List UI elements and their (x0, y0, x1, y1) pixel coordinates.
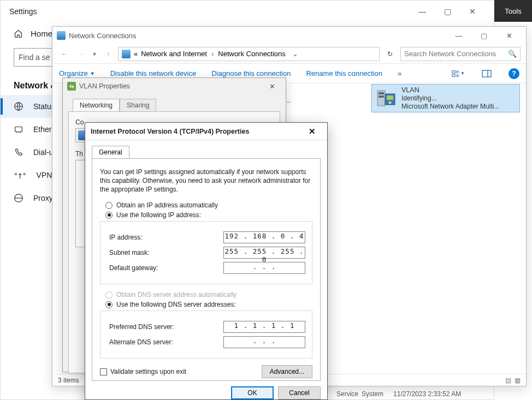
status-item-count: 3 items (58, 377, 79, 384)
close-button[interactable]: ✕ (460, 3, 485, 20)
svg-rect-7 (379, 95, 384, 98)
preferred-dns-label: Preferred DNS server: (109, 323, 223, 331)
tools-panel[interactable]: Tools (494, 0, 532, 22)
cmd-more[interactable]: » (398, 69, 401, 77)
back-button[interactable]: ← (58, 47, 71, 61)
ethernet-icon (14, 124, 23, 134)
details-view-icon[interactable]: ▤ (505, 377, 511, 384)
find-setting-placeholder: Find a se (19, 53, 50, 62)
vlan-properties-tabs: Networking Sharing (63, 94, 286, 111)
cmd-organize[interactable]: Organize▼ (59, 69, 95, 77)
cmd-rename[interactable]: Rename this connection (306, 69, 382, 77)
explorer-title: Network Connections (69, 32, 137, 40)
search-placeholder: Search Network Connections (404, 50, 496, 58)
svg-rect-9 (387, 95, 393, 100)
radio-label: Use the following DNS server addresses: (116, 301, 236, 308)
radio-icon (105, 212, 113, 219)
breadcrumb-bar[interactable]: « Network and Internet › Network Connect… (118, 47, 380, 61)
radio-label: Use the following IP address: (116, 211, 201, 219)
default-gateway-label: Default gateway: (109, 264, 223, 272)
task-timestamp: 11/27/2023 2:33:52 AM (393, 390, 461, 398)
recent-dropdown[interactable]: ▾ (91, 47, 98, 61)
tab-general[interactable]: General (92, 146, 129, 158)
chevron-right-icon: › (211, 50, 214, 58)
svg-rect-4 (482, 70, 491, 77)
proxy-icon (14, 193, 23, 203)
explorer-titlebar: Network Connections — ▢ ✕ (52, 27, 526, 44)
task-service-label: Service (336, 390, 358, 398)
radio-icon (105, 291, 113, 298)
task-status-line: Service System 11/27/2023 2:33:52 AM (336, 390, 461, 398)
preferred-dns-input[interactable]: 1 . 1 . 1 . 1 (223, 321, 305, 333)
refresh-button[interactable]: ↻ (383, 47, 397, 61)
ipv4-properties-dialog: Internet Protocol Version 4 (TCP/IPv4) P… (85, 122, 328, 400)
maximize-button[interactable]: ▢ (435, 3, 460, 20)
cancel-button[interactable]: Cancel (278, 386, 321, 399)
ipv4-footer: OK Cancel (85, 386, 327, 400)
ipv4-title: Internet Protocol Version 4 (TCP/IPv4) P… (91, 128, 249, 135)
up-button[interactable]: ↑ (102, 47, 115, 61)
connection-driver: Microsoft Network Adapter Multi... (401, 103, 499, 111)
connection-state: Identifying... (401, 94, 499, 103)
close-button[interactable]: ✕ (496, 27, 522, 44)
minimize-button[interactable]: — (446, 27, 471, 44)
radio-obtain-ip-auto[interactable]: Obtain an IP address automatically (105, 201, 312, 209)
ipv4-titlebar: Internet Protocol Version 4 (TCP/IPv4) P… (85, 123, 327, 140)
vlan-properties-title: VLAN Properties (79, 82, 130, 90)
sidebar-item-label: Proxy (33, 194, 53, 202)
adapter-properties-icon: ⇆ (67, 82, 76, 91)
settings-titlebar: Settings — ▢ ✕ (1, 1, 494, 22)
explorer-addressbar: ← → ▾ ↑ « Network and Internet › Network… (52, 44, 526, 64)
home-icon (14, 29, 23, 38)
checkbox-icon (100, 368, 107, 375)
alternate-dns-input[interactable]: . . . (223, 336, 305, 348)
alternate-dns-label: Alternate DNS server: (109, 338, 223, 346)
validate-on-exit-checkbox[interactable]: Validate settings upon exit (100, 368, 186, 375)
tab-networking[interactable]: Networking (73, 99, 120, 111)
radio-icon (105, 301, 113, 308)
cmd-diagnose[interactable]: Diagnose this connection (211, 69, 291, 77)
adapter-icon (374, 86, 398, 110)
preview-pane-button[interactable] (480, 68, 493, 79)
task-system-label: System (362, 390, 383, 398)
tab-sharing[interactable]: Sharing (120, 99, 156, 111)
path-icon (122, 50, 131, 58)
default-gateway-input[interactable]: . . . (223, 262, 305, 274)
connection-name: VLAN (401, 86, 499, 94)
view-change-button[interactable]: ▼ (452, 68, 465, 79)
ipv4-tabbar: General (85, 140, 327, 158)
radio-label: Obtain an IP address automatically (116, 201, 218, 209)
radio-icon (105, 202, 113, 209)
maximize-button[interactable]: ▢ (471, 27, 496, 44)
breadcrumb-item[interactable]: Network Connections (218, 50, 286, 58)
vlan-properties-titlebar: ⇆ VLAN Properties ✕ (63, 78, 286, 94)
breadcrumb-item[interactable]: Network and Internet (141, 50, 207, 58)
sidebar-home-label: Home (31, 29, 52, 38)
ok-button[interactable]: OK (231, 386, 274, 399)
ip-address-input[interactable]: 192 . 168 . 0 . 4 (223, 231, 305, 243)
svg-rect-1 (15, 127, 22, 132)
subnet-mask-label: Subnet mask: (109, 249, 223, 256)
close-button[interactable]: ✕ (263, 80, 281, 92)
globe-icon (14, 102, 23, 111)
breadcrumb-dropdown[interactable]: ⌄ (292, 50, 298, 58)
connection-item-vlan[interactable]: VLAN Identifying... Microsoft Network Ad… (372, 85, 519, 112)
checkbox-label: Validate settings upon exit (110, 368, 186, 375)
subnet-mask-input[interactable]: 255 . 255 . 255 . 0 (223, 247, 305, 259)
cmd-disable-device[interactable]: Disable this network device (110, 69, 197, 77)
explorer-search-input[interactable]: Search Network Connections 🔍 (400, 47, 521, 61)
large-icons-view-icon[interactable]: ▦ (515, 377, 521, 384)
search-icon: 🔍 (508, 50, 517, 58)
radio-use-static-dns[interactable]: Use the following DNS server addresses: (105, 301, 312, 308)
vpn-icon: °†° (14, 171, 26, 180)
svg-rect-6 (379, 92, 384, 94)
radio-use-static-ip[interactable]: Use the following IP address: (105, 211, 312, 219)
radio-label: Obtain DNS server address automatically (116, 291, 237, 298)
forward-button[interactable]: → (74, 47, 87, 61)
close-button[interactable]: ✕ (302, 125, 322, 138)
ipv4-intro-text: You can get IP settings assigned automat… (100, 168, 312, 194)
minimize-button[interactable]: — (410, 3, 435, 20)
sidebar-item-label: Dial-u (33, 148, 54, 157)
help-button[interactable]: ? (509, 68, 519, 79)
advanced-button[interactable]: Advanced... (262, 365, 312, 378)
